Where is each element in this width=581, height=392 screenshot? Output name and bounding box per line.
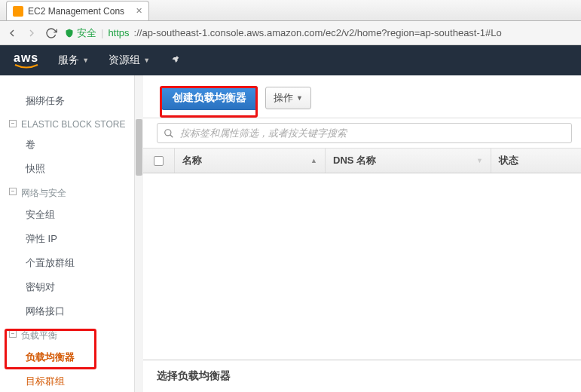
sidebar-item-snapshots[interactable]: 快照 — [0, 157, 142, 181]
pin-icon[interactable] — [170, 54, 180, 67]
url-box[interactable]: 安全 | https ://ap-southeast-1.console.aws… — [65, 26, 575, 40]
chevron-down-icon: ▼ — [296, 94, 303, 102]
sidebar-item-target-groups[interactable]: 目标群组 — [0, 369, 142, 392]
sidebar-item-elastic-ips[interactable]: 弹性 IP — [0, 227, 142, 251]
aws-logo[interactable]: aws — [14, 52, 38, 69]
sidebar-scrollbar[interactable] — [134, 75, 143, 392]
divider — [143, 118, 581, 118]
collapse-icon[interactable]: − — [9, 188, 17, 195]
search-icon — [164, 128, 174, 139]
collapse-icon[interactable]: − — [9, 330, 17, 338]
chevron-down-icon: ▼ — [82, 57, 89, 64]
sidebar-item-network-interfaces[interactable]: 网络接口 — [0, 299, 142, 323]
sidebar-section-ebs[interactable]: − ELASTIC BLOCK STORE — [0, 113, 142, 133]
secure-indicator: 安全 — [65, 26, 96, 40]
col-dns-label: DNS 名称 — [333, 154, 376, 167]
col-checkbox[interactable] — [143, 149, 175, 173]
url-rest: ://ap-southeast-1.console.aws.amazon.com… — [134, 27, 502, 38]
browser-tab-bar: EC2 Management Cons ✕ — [0, 0, 581, 21]
toolbar: 创建负载均衡器 操作 ▼ — [143, 75, 581, 118]
sidebar-item-volumes[interactable]: 卷 — [0, 133, 142, 157]
nav-resource-groups[interactable]: 资源组 ▼ — [109, 54, 150, 67]
sort-icon: ▼ — [476, 157, 483, 164]
collapse-icon[interactable]: − — [9, 120, 17, 127]
back-icon[interactable] — [6, 27, 18, 39]
table-header: 名称 ▲ DNS 名称 ▼ 状态 — [143, 148, 581, 173]
sidebar-section-netsec[interactable]: − 网络与安全 — [0, 181, 142, 203]
sidebar-section-label: ELASTIC BLOCK STORE — [21, 119, 126, 130]
filter-bar[interactable] — [157, 123, 572, 143]
sidebar-item-placement-groups[interactable]: 个置放群组 — [0, 251, 142, 275]
nav-services-label: 服务 — [58, 54, 79, 67]
sidebar-item-key-pairs[interactable]: 密钥对 — [0, 275, 142, 299]
aws-favicon-icon — [13, 6, 23, 17]
sidebar-item-load-balancers[interactable]: 负载均衡器 — [0, 345, 142, 369]
svg-line-1 — [170, 134, 173, 137]
browser-address-bar: 安全 | https ://ap-southeast-1.console.aws… — [0, 21, 581, 45]
detail-pane: 选择负载均衡器 — [143, 360, 581, 392]
sort-asc-icon: ▲ — [310, 157, 317, 164]
table-body — [143, 173, 581, 360]
browser-tab[interactable]: EC2 Management Cons ✕ — [6, 1, 149, 20]
close-tab-icon[interactable]: ✕ — [136, 6, 142, 16]
reload-icon[interactable] — [45, 27, 57, 39]
sidebar-item-bundle-tasks[interactable]: 捆绑任务 — [0, 89, 142, 113]
col-name-label: 名称 — [182, 154, 202, 167]
col-dns[interactable]: DNS 名称 ▼ — [326, 149, 491, 173]
tab-title: EC2 Management Cons — [28, 6, 131, 17]
detail-prompt: 选择负载均衡器 — [157, 369, 231, 381]
console-body: 捆绑任务 − ELASTIC BLOCK STORE 卷 快照 − 网络与安全 … — [0, 75, 581, 392]
sidebar-section-lb[interactable]: − 负载平衡 — [0, 323, 142, 345]
col-status-label: 状态 — [499, 154, 518, 167]
actions-label: 操作 — [274, 91, 293, 105]
create-load-balancer-button[interactable]: 创建负载均衡器 — [161, 86, 258, 110]
nav-resource-groups-label: 资源组 — [109, 54, 140, 67]
svg-point-0 — [165, 129, 171, 135]
sidebar: 捆绑任务 − ELASTIC BLOCK STORE 卷 快照 − 网络与安全 … — [0, 75, 143, 392]
sidebar-section-label: 网络与安全 — [21, 187, 66, 200]
url-scheme: https — [108, 27, 129, 38]
aws-logo-text: aws — [14, 52, 38, 64]
col-name[interactable]: 名称 ▲ — [175, 149, 326, 173]
scrollbar-thumb[interactable] — [136, 119, 142, 176]
nav-services[interactable]: 服务 ▼ — [58, 54, 89, 67]
secure-label: 安全 — [77, 26, 96, 40]
filter-input[interactable] — [180, 127, 565, 139]
forward-icon — [26, 27, 38, 39]
checkbox[interactable] — [154, 156, 164, 166]
main-panel: 创建负载均衡器 操作 ▼ 名称 ▲ DNS 名称 ▼ 状态 — [143, 75, 581, 392]
chevron-down-icon: ▼ — [143, 57, 150, 64]
sidebar-item-security-groups[interactable]: 安全组 — [0, 203, 142, 227]
aws-smile-icon — [14, 64, 38, 69]
sidebar-section-label: 负载平衡 — [21, 329, 57, 342]
actions-button[interactable]: 操作 ▼ — [265, 87, 311, 109]
col-status[interactable]: 状态 — [491, 149, 581, 173]
aws-top-nav: aws 服务 ▼ 资源组 ▼ — [0, 45, 581, 75]
